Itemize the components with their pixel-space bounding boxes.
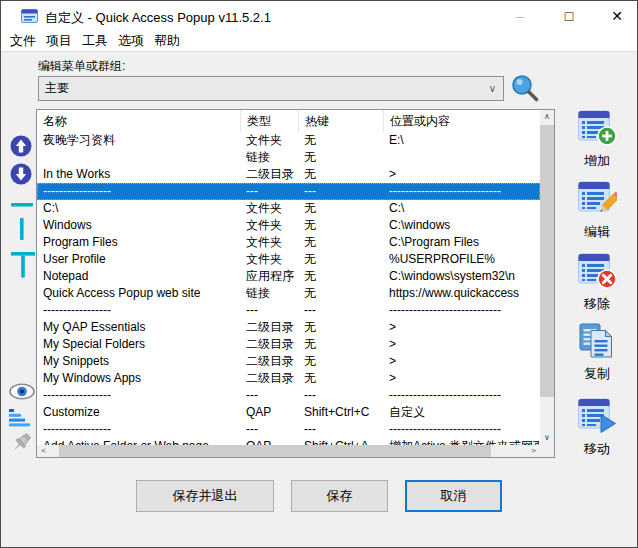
cell-location: https://www.quickaccess bbox=[389, 285, 539, 302]
listview-rows: 夜晚学习资料文件夹无E:\链接无In the Works二级目录无>------… bbox=[37, 132, 540, 457]
window-title: 自定义 - Quick Access Popup v11.5.2.1 bbox=[45, 9, 271, 27]
horizontal-scrollbar[interactable]: < > bbox=[37, 445, 540, 457]
cell-type: QAP bbox=[246, 404, 298, 421]
cell-location: > bbox=[389, 336, 539, 353]
menu-copy-icon bbox=[577, 349, 617, 364]
pin-item-button[interactable] bbox=[9, 431, 35, 457]
menu-item-help[interactable]: 帮助 bbox=[149, 30, 185, 53]
scroll-left-arrow[interactable]: < bbox=[37, 445, 50, 457]
move-item-button[interactable]: 移动 bbox=[564, 396, 630, 458]
cell-name: My Snippets bbox=[43, 353, 239, 370]
cell-location: > bbox=[389, 319, 539, 336]
column-header-3[interactable]: 位置或内容 bbox=[384, 110, 540, 132]
cell-location: > bbox=[389, 370, 539, 387]
scroll-down-arrow[interactable]: ∨ bbox=[540, 431, 554, 445]
close-button[interactable]: ✕ bbox=[597, 1, 637, 31]
column-break-icon bbox=[11, 267, 35, 282]
cell-type: 应用程序 bbox=[246, 268, 298, 285]
add-column-separator-button[interactable] bbox=[19, 218, 25, 240]
remove-item-button[interactable]: 移除 bbox=[564, 251, 630, 313]
vscroll-thumb[interactable] bbox=[540, 125, 554, 397]
cell-name: ----------------- bbox=[43, 421, 239, 438]
cell-location: %USERPROFILE% bbox=[389, 251, 539, 268]
cell-hotkey: 无 bbox=[304, 370, 384, 387]
table-row[interactable]: ----------------------------------------… bbox=[37, 387, 540, 404]
table-row[interactable]: 链接无 bbox=[37, 149, 540, 166]
live-folder-button[interactable] bbox=[9, 409, 31, 427]
menu-select-combobox[interactable]: 主要 ∨ bbox=[38, 76, 504, 101]
cell-name: In the Works bbox=[43, 166, 239, 183]
title-bar: 自定义 - Quick Access Popup v11.5.2.1 – □ ✕ bbox=[1, 1, 637, 31]
column-header-0[interactable]: 名称 bbox=[37, 110, 241, 132]
arrow-down-circle-icon bbox=[10, 173, 32, 188]
table-row[interactable]: ----------------------------------------… bbox=[37, 421, 540, 438]
cell-hotkey: 无 bbox=[304, 166, 384, 183]
qap-customize-window: 自定义 - Quick Access Popup v11.5.2.1 – □ ✕… bbox=[0, 0, 638, 548]
save-and-exit-button[interactable]: 保存并退出 bbox=[136, 480, 274, 512]
cell-location: C:\ bbox=[389, 200, 539, 217]
column-header-1[interactable]: 类型 bbox=[241, 110, 299, 132]
menu-item-file[interactable]: 文件 bbox=[5, 30, 41, 53]
move-down-button[interactable] bbox=[10, 163, 32, 185]
search-icon bbox=[510, 91, 540, 106]
add-item-button[interactable]: 增加 bbox=[564, 108, 630, 170]
scroll-up-arrow[interactable]: ∧ bbox=[540, 110, 554, 124]
cell-name: 夜晚学习资料 bbox=[43, 132, 239, 149]
table-row[interactable]: CustomizeQAPShift+Ctrl+C自定义 bbox=[37, 404, 540, 421]
cell-type: 文件夹 bbox=[246, 200, 298, 217]
vertical-scrollbar[interactable]: ∧ ∨ bbox=[540, 110, 554, 445]
cell-name bbox=[43, 149, 239, 166]
maximize-button[interactable]: □ bbox=[549, 1, 589, 31]
eye-icon bbox=[9, 388, 35, 403]
cell-type: 二级目录 bbox=[246, 166, 298, 183]
table-row[interactable]: My Windows Apps二级目录无> bbox=[37, 370, 540, 387]
cell-location: C:\Program Files bbox=[389, 234, 539, 251]
cell-name: User Profile bbox=[43, 251, 239, 268]
arrow-up-circle-icon bbox=[10, 145, 32, 160]
table-row[interactable]: Notepad应用程序无C:\windows\system32\n bbox=[37, 268, 540, 285]
minimize-button[interactable]: – bbox=[500, 1, 540, 31]
table-row[interactable]: In the Works二级目录无> bbox=[37, 166, 540, 183]
cancel-button[interactable]: 取消 bbox=[405, 480, 502, 512]
remove-button-label: 移除 bbox=[564, 295, 630, 313]
search-button[interactable] bbox=[509, 73, 541, 105]
table-row[interactable]: My Special Folders二级目录无> bbox=[37, 336, 540, 353]
hscroll-thumb[interactable] bbox=[59, 445, 491, 457]
cell-type: --- bbox=[246, 183, 298, 200]
cell-hotkey: 无 bbox=[304, 132, 384, 149]
table-row[interactable]: User Profile文件夹无%USERPROFILE% bbox=[37, 251, 540, 268]
copy-item-button[interactable]: 复制 bbox=[564, 321, 630, 383]
column-header-2[interactable]: 热键 bbox=[299, 110, 384, 132]
cell-name: ----------------- bbox=[43, 302, 239, 319]
table-row[interactable]: Windows文件夹无C:\windows bbox=[37, 217, 540, 234]
move-up-button[interactable] bbox=[10, 135, 32, 157]
table-row[interactable]: ----------------------------------------… bbox=[37, 183, 540, 200]
menu-item-options[interactable]: 选项 bbox=[113, 30, 149, 53]
table-row[interactable]: My Snippets二级目录无> bbox=[37, 353, 540, 370]
table-row[interactable]: C:\文件夹无C:\ bbox=[37, 200, 540, 217]
toggle-visibility-button[interactable] bbox=[9, 383, 35, 400]
table-row[interactable]: Quick Access Popup web site链接无https://ww… bbox=[37, 285, 540, 302]
cell-hotkey: 无 bbox=[304, 319, 384, 336]
cell-type: --- bbox=[246, 302, 298, 319]
cell-hotkey: --- bbox=[304, 302, 384, 319]
cell-type: 文件夹 bbox=[246, 132, 298, 149]
cell-type: 二级目录 bbox=[246, 319, 298, 336]
edit-item-button[interactable]: 编辑 bbox=[564, 179, 630, 241]
table-row[interactable]: 夜晚学习资料文件夹无E:\ bbox=[37, 132, 540, 149]
table-row[interactable]: ----------------------------------------… bbox=[37, 302, 540, 319]
edit-button-label: 编辑 bbox=[564, 223, 630, 241]
menu-item-tools[interactable]: 工具 bbox=[77, 30, 113, 53]
cell-location: ---------------------------- bbox=[389, 387, 539, 404]
scroll-right-arrow[interactable]: > bbox=[527, 445, 540, 457]
menu-item-items[interactable]: 项目 bbox=[41, 30, 77, 53]
add-column-break-button[interactable] bbox=[11, 252, 35, 279]
table-row[interactable]: Program Files文件夹无C:\Program Files bbox=[37, 234, 540, 251]
copy-button-label: 复制 bbox=[564, 365, 630, 383]
cell-hotkey: Shift+Ctrl+C bbox=[304, 404, 384, 421]
pushpin-icon bbox=[9, 445, 35, 460]
add-separator-button[interactable] bbox=[11, 202, 33, 208]
cell-location: ---------------------------- bbox=[389, 421, 539, 438]
table-row[interactable]: My QAP Essentials二级目录无> bbox=[37, 319, 540, 336]
save-button[interactable]: 保存 bbox=[291, 480, 388, 512]
